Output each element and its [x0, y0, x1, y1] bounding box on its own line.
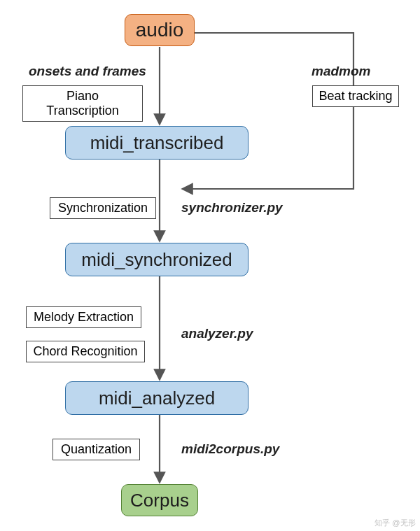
label-synchronizer-py: synchronizer.py [181, 200, 283, 215]
node-audio: audio [125, 14, 195, 46]
node-midi-analyzed: midi_analyzed [65, 381, 248, 415]
watermark: 知乎 @无形 [374, 518, 416, 528]
label-midi2corpus-py: midi2corpus.py [181, 441, 279, 457]
label-madmom: madmom [312, 64, 370, 79]
diagram-stage: audio midi_transcribed midi_synchronized… [0, 0, 420, 531]
step-piano-transcription: Piano Transcription [22, 85, 143, 122]
step-synchronization: Synchronization [50, 197, 156, 219]
label-analyzer-py: analyzer.py [181, 326, 253, 341]
node-midi-synchronized: midi_synchronized [65, 243, 248, 276]
node-corpus: Corpus [121, 484, 198, 516]
step-melody-extraction: Melody Extraction [26, 306, 141, 328]
node-midi-transcribed: midi_transcribed [65, 126, 248, 160]
step-quantization: Quantization [52, 439, 140, 460]
label-onsets-and-frames: onsets and frames [29, 64, 146, 79]
step-chord-recognition: Chord Recognition [26, 341, 145, 362]
step-beat-tracking: Beat tracking [312, 85, 399, 107]
